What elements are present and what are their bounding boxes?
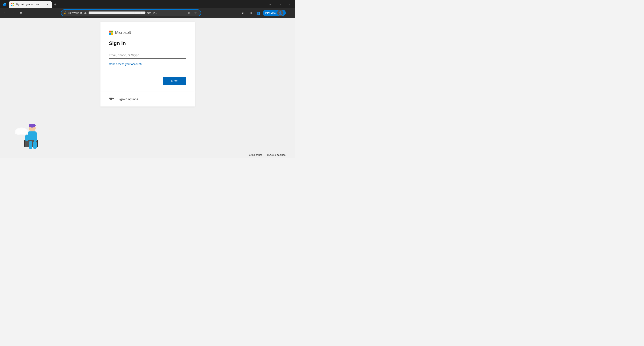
more-footer-button[interactable]: ··· bbox=[289, 153, 291, 156]
maximize-button[interactable]: □ bbox=[275, 1, 284, 8]
more-menu-button[interactable]: ··· bbox=[286, 9, 294, 16]
svg-point-14 bbox=[110, 98, 112, 99]
browser-essentials-icon[interactable]: 👥 bbox=[255, 9, 262, 16]
signin-options-text: Sign-in options bbox=[118, 98, 138, 101]
add-tab-icon[interactable]: ⊕ bbox=[247, 9, 254, 16]
refresh-button[interactable]: ↻ bbox=[17, 9, 24, 16]
url-bar[interactable]: 🔒 ⊞ ☆ bbox=[61, 9, 201, 16]
back-button[interactable]: ← bbox=[2, 9, 8, 16]
page-content: Microsoft Sign in Can't access your acco… bbox=[0, 18, 295, 158]
ms-logo-yellow bbox=[111, 33, 113, 35]
edge-icon bbox=[2, 1, 8, 8]
tab-bar: Sign in to your account ✕ + ─ □ ✕ bbox=[0, 0, 295, 8]
tab-close-button[interactable]: ✕ bbox=[46, 2, 50, 6]
url-input[interactable] bbox=[68, 12, 185, 14]
microsoft-logo: Microsoft bbox=[109, 30, 186, 35]
close-button[interactable]: ✕ bbox=[284, 1, 294, 8]
lock-icon: 🔒 bbox=[64, 11, 67, 14]
background-illustration bbox=[12, 119, 43, 151]
favorites-star-icon[interactable]: ☆ bbox=[193, 10, 198, 16]
forward-button[interactable]: → bbox=[9, 9, 16, 16]
page-footer: Terms of use Privacy & cookies ··· bbox=[0, 152, 295, 158]
email-input[interactable] bbox=[109, 52, 186, 58]
inprivate-label: InPrivate bbox=[265, 12, 276, 14]
svg-rect-12 bbox=[33, 141, 36, 149]
signin-heading: Sign in bbox=[109, 40, 186, 46]
inprivate-button[interactable]: InPrivate 👤 bbox=[262, 10, 286, 16]
ms-logo-grid bbox=[109, 30, 113, 35]
svg-rect-10 bbox=[34, 134, 37, 141]
cant-access-link[interactable]: Can't access your account? bbox=[109, 62, 186, 66]
ms-logo-text: Microsoft bbox=[115, 30, 131, 35]
toolbar-right: ★ ⊕ 👥 InPrivate 👤 ··· bbox=[239, 9, 294, 16]
signin-card: Microsoft Sign in Can't access your acco… bbox=[100, 22, 195, 92]
privacy-link[interactable]: Privacy & cookies bbox=[266, 154, 286, 156]
svg-rect-9 bbox=[25, 134, 28, 141]
active-tab[interactable]: Sign in to your account ✕ bbox=[9, 1, 52, 8]
browser-chrome: Sign in to your account ✕ + ─ □ ✕ ← → ↻ … bbox=[0, 0, 295, 18]
tab-title: Sign in to your account bbox=[16, 3, 44, 6]
signin-options-card[interactable]: Sign-in options bbox=[100, 92, 195, 106]
ms-logo-green bbox=[111, 30, 113, 32]
next-button[interactable]: Next bbox=[163, 77, 186, 85]
svg-rect-11 bbox=[29, 141, 32, 149]
svg-point-3 bbox=[20, 129, 28, 135]
terms-link[interactable]: Terms of use bbox=[248, 154, 262, 156]
collections-star-icon[interactable]: ★ bbox=[239, 9, 246, 16]
profile-avatar[interactable]: 👤 bbox=[277, 10, 284, 16]
address-bar: ← → ↻ 🔒 ⊞ ☆ ★ ⊕ 👥 InPrivate 👤 ··· bbox=[0, 8, 295, 18]
svg-point-13 bbox=[110, 97, 112, 100]
svg-point-5 bbox=[28, 124, 36, 128]
url-action-buttons: ⊞ ☆ bbox=[187, 10, 198, 16]
new-tab-button[interactable]: + bbox=[52, 1, 58, 8]
window-controls: ─ □ ✕ bbox=[266, 1, 295, 8]
tab-favicon bbox=[11, 3, 14, 6]
ms-logo-blue bbox=[109, 33, 111, 35]
minimize-button[interactable]: ─ bbox=[266, 1, 275, 8]
ms-logo-red bbox=[109, 30, 111, 32]
grid-view-icon[interactable]: ⊞ bbox=[187, 10, 192, 16]
key-icon bbox=[109, 96, 114, 102]
